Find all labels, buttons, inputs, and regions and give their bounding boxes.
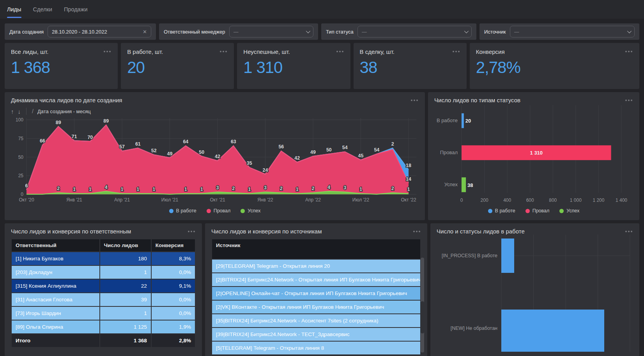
status-chart-card: Число лидов по типам статусов 0200400600… — [428, 92, 639, 220]
filter-date-created: Дата создания 28.10.2020 - 28.10.2022 ✕ — [5, 23, 156, 40]
svg-text:Окт '21: Окт '21 — [210, 197, 225, 203]
svg-text:800: 800 — [549, 198, 557, 203]
legend-item-В работе[interactable]: В работе — [169, 208, 196, 214]
chevron-down-icon — [464, 29, 469, 33]
dashboard-page: ЛидыСделкиПродажи Дата создания 28.10.20… — [0, 0, 644, 356]
kpi-title: В работе, шт. — [127, 48, 163, 55]
axis-field-slash: / — [32, 108, 34, 114]
filter-label: Источник — [484, 29, 506, 35]
kpi-value: 20 — [127, 58, 228, 77]
svg-text:1 310: 1 310 — [530, 150, 543, 156]
table-row[interactable]: [35|BITRIX24] Битрикс24.Network - Ассист… — [212, 314, 421, 328]
kpi-card: В работе, шт.20 — [121, 43, 234, 89]
table-row[interactable]: [29|TELEGRAM] Telegram - Открытая линия … — [212, 259, 421, 273]
svg-text:70: 70 — [87, 134, 93, 140]
table-row[interactable]: [5|TELEGRAM] Telegram - Открытая линия 8 — [212, 341, 421, 355]
more-menu-icon[interactable] — [187, 228, 196, 235]
kpi-title: Неуспешные, шт. — [243, 48, 290, 55]
filter-manager: Ответственный менеджер — — [159, 23, 318, 40]
svg-text:2: 2 — [312, 185, 315, 192]
more-menu-icon[interactable] — [336, 48, 344, 55]
date-range-input[interactable]: 28.10.2020 - 28.10.2022 ✕ — [48, 26, 151, 37]
sources-table: Источник [29|TELEGRAM] Telegram - Открыт… — [211, 239, 421, 355]
svg-text:49: 49 — [167, 150, 173, 157]
column-header[interactable]: Конверсия — [151, 239, 195, 252]
table-row[interactable]: [315] Ксения Аглиуллина229,1% — [11, 279, 195, 293]
manager-select[interactable]: — — [229, 26, 314, 37]
table-row[interactable]: [73] Игорь Шардин10,0% — [11, 306, 195, 320]
chevron-down-icon — [306, 29, 310, 33]
more-menu-icon[interactable] — [103, 48, 111, 55]
top-nav: ЛидыСделкиПродажи — [0, 0, 644, 19]
sort-desc-icon[interactable]: ↓ — [18, 108, 21, 115]
more-menu-icon[interactable] — [625, 97, 633, 103]
legend-item-Успех[interactable]: Успех — [241, 208, 260, 214]
table-row[interactable]: [2|BITRIX24] Битрикс24.Network - Открыта… — [212, 273, 421, 287]
date-range-value: 28.10.2020 - 28.10.2022 — [52, 29, 140, 35]
svg-text:57: 57 — [119, 144, 125, 150]
svg-text:Апр '21: Апр '21 — [114, 197, 130, 203]
svg-text:2: 2 — [280, 185, 283, 192]
kpi-title: В сделку, шт. — [360, 48, 395, 55]
svg-text:25: 25 — [18, 173, 23, 179]
filters-row: Дата создания 28.10.2020 - 28.10.2022 ✕ … — [5, 23, 639, 40]
table-row[interactable]: [2|OPENLINE] Онлайн-чат - Открытая линия… — [212, 287, 421, 300]
more-menu-icon[interactable] — [625, 228, 633, 235]
axis-field-label: Дата создания - месяц — [37, 109, 91, 114]
column-header[interactable]: Число лидов — [100, 239, 151, 252]
svg-text:50: 50 — [199, 149, 204, 155]
filter-label: Тип статуса — [326, 29, 354, 35]
svg-text:20: 20 — [465, 118, 471, 124]
more-menu-icon[interactable] — [452, 48, 460, 55]
more-menu-icon[interactable] — [625, 48, 633, 55]
svg-text:3: 3 — [343, 185, 346, 191]
tab-Лиды[interactable]: Лиды — [7, 0, 21, 19]
column-header[interactable]: Источник — [212, 239, 421, 259]
svg-text:89: 89 — [56, 119, 61, 125]
svg-text:1: 1 — [407, 186, 410, 192]
more-menu-icon[interactable] — [410, 97, 419, 103]
svg-text:63: 63 — [231, 139, 236, 145]
source-select[interactable]: — — [510, 26, 635, 37]
filter-label: Дата создания — [9, 29, 44, 35]
tab-Сделки[interactable]: Сделки — [33, 0, 52, 19]
work-status-chart-canvas[interactable]: [IN_PROCESS] В работе[NEW] Не обработан — [437, 235, 633, 352]
table-row[interactable]: [2|VK] ВКонтакте - Открытая линия ИП Бул… — [212, 300, 421, 314]
legend-dot — [207, 209, 211, 213]
table-row[interactable]: [89] Ольга Спирина1 1251,9% — [11, 320, 195, 334]
divider — [26, 108, 27, 115]
svg-text:4: 4 — [327, 184, 331, 190]
sort-asc-icon[interactable]: ↑ — [11, 108, 14, 115]
status-type-select[interactable]: — — [357, 26, 472, 37]
table-row[interactable]: [31] Анастасия Глотова390,0% — [11, 293, 195, 306]
svg-text:50: 50 — [326, 147, 332, 153]
table-row[interactable]: [1] Никита Булгаков1808,3% — [11, 252, 195, 265]
legend-item-Провал[interactable]: Провал — [207, 208, 231, 214]
kpi-title: Конверсия — [476, 48, 505, 55]
legend-item-Провал[interactable]: Провал — [525, 208, 550, 214]
svg-text:1: 1 — [184, 186, 187, 192]
svg-text:50: 50 — [18, 154, 23, 160]
table-row[interactable]: [39|BITRIX24] Битрикс24.Network - ТЕСТ_З… — [212, 328, 421, 341]
svg-text:49: 49 — [310, 149, 316, 155]
kpi-card: В сделку, шт.38 — [354, 43, 467, 89]
column-header[interactable]: Ответственный — [11, 239, 100, 252]
more-menu-icon[interactable] — [219, 48, 228, 55]
legend-item-Успех[interactable]: Успех — [559, 208, 579, 214]
clear-icon[interactable]: ✕ — [143, 29, 147, 35]
charts-row: Динамика числа лидов по дате создания ↑ … — [5, 92, 639, 220]
table-row[interactable]: [203] Докладун10,0% — [11, 265, 195, 279]
svg-text:56: 56 — [278, 144, 284, 150]
legend-item-В работе[interactable]: В работе — [488, 208, 515, 214]
svg-text:1: 1 — [121, 186, 124, 192]
more-menu-icon[interactable] — [412, 228, 421, 235]
table-scrollbar — [421, 258, 424, 352]
scrollbar-thumb[interactable] — [421, 301, 424, 334]
status-chart-canvas[interactable]: 02004006008001 0001 2001 400В работе20Пр… — [434, 103, 633, 206]
dynamics-chart-canvas[interactable]: 0255075100Окт '20Янв '21Апр '21Июл '21Ок… — [11, 116, 419, 206]
svg-text:Апр '22: Апр '22 — [305, 197, 321, 203]
svg-text:71: 71 — [72, 133, 77, 139]
svg-text:[NEW] Не обработан: [NEW] Не обработан — [451, 326, 497, 331]
tab-Продажи[interactable]: Продажи — [64, 0, 88, 19]
chart-title: Число лидов по типам статусов — [434, 97, 520, 103]
